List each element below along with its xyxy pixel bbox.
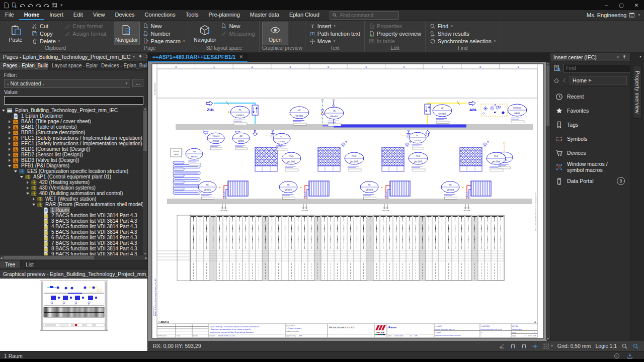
- copy-button[interactable]: Copy: [30, 30, 61, 37]
- tree-item-pec1-safety-instructions-imple[interactable]: &PEC1 (Safety instructions / Implementat…: [0, 135, 147, 141]
- expander-icon[interactable]: [32, 202, 36, 207]
- tree-item-1-eplan-disclaimer[interactable]: 1 Eplan Disclaimer: [0, 113, 147, 119]
- insert-center-item-symbols[interactable]: Symbols: [550, 132, 630, 146]
- expander-icon[interactable]: [14, 169, 18, 173]
- back-icon[interactable]: [561, 77, 568, 83]
- qat-overflow-icon[interactable]: ▾: [59, 3, 64, 8]
- tree-item-eec1-safety-instructions-imple[interactable]: &EEC1 (Safety instructions / Implementat…: [0, 141, 147, 146]
- cut-button[interactable]: Cut: [30, 22, 61, 30]
- insert-center-search-input[interactable]: [565, 65, 633, 71]
- tree-item-420-heating-systems-[interactable]: 420 (Heating systems): [0, 179, 147, 185]
- menu-pre-planning[interactable]: Pre-planning: [203, 10, 245, 20]
- tab-property-overview[interactable]: Property overview: [633, 66, 641, 119]
- panel-menu-icon[interactable]: ▾: [133, 55, 135, 59]
- tree-item-9-bacs-function-list-vdi-3814-[interactable]: 9 BACS function list VDI 3814 Part 4.3: [0, 251, 147, 255]
- canvas-vscrollbar[interactable]: ▲▼: [546, 62, 550, 340]
- tree-item-7-bacs-function-list-vdi-3814-[interactable]: 7 BACS function list VDI 3814 Part 4.3: [0, 240, 147, 246]
- open-preview-button[interactable]: Open: [262, 22, 288, 45]
- page-navigator-button[interactable]: Navigator: [114, 22, 140, 45]
- expander-icon[interactable]: [8, 119, 12, 124]
- grid-icon[interactable]: [543, 343, 549, 349]
- menu-devices[interactable]: Devices: [110, 10, 139, 20]
- expander-icon[interactable]: [8, 163, 12, 168]
- properties-button[interactable]: Properties: [367, 22, 423, 30]
- selected-ceiling-element[interactable]: [334, 125, 466, 128]
- object-snap-icon[interactable]: [510, 343, 516, 349]
- undo-icon[interactable]: [19, 2, 26, 9]
- control-panel[interactable]: Control Panel: [171, 148, 183, 157]
- text-insert-button[interactable]: Insert▾: [308, 22, 362, 30]
- undo-history-icon[interactable]: [27, 2, 34, 9]
- filter-more-button[interactable]: ...: [132, 79, 143, 87]
- expander-icon[interactable]: [20, 174, 24, 179]
- new-page-icon[interactable]: [3, 2, 10, 9]
- tree-item-8-bacs-function-list-vdi-3814-[interactable]: 8 BACS function list VDI 3814 Part 4.3: [0, 246, 147, 251]
- open-page-icon[interactable]: [11, 2, 18, 9]
- close-button[interactable]: ✕: [629, 0, 644, 10]
- close-icon[interactable]: ✕: [146, 54, 147, 59]
- function-list-table[interactable]: [157, 215, 504, 281]
- redo-icon[interactable]: [35, 2, 42, 9]
- insert-center-item-recent[interactable]: Recent: [550, 89, 630, 104]
- tree-item-bdb1-structure-description-[interactable]: &BDB1 (Structure description): [0, 130, 147, 135]
- expander-icon[interactable]: [8, 152, 12, 157]
- blind-1[interactable]: [255, 147, 277, 171]
- tree-item-rar-room-room-automation-shell[interactable]: RAR (Room (Room automation shell model)): [0, 202, 147, 207]
- menu-connections[interactable]: Connections: [140, 10, 181, 20]
- info-icon[interactable]: [614, 353, 620, 359]
- panel-menu-icon[interactable]: ▾: [617, 55, 619, 59]
- expander-icon[interactable]: [26, 186, 30, 190]
- insert-center-item-tags[interactable]: Tags: [550, 118, 630, 132]
- grid-caret-icon[interactable]: ▾: [551, 344, 553, 348]
- expander-icon[interactable]: [26, 191, 30, 196]
- tab-devices[interactable]: Devices - Eplan_Building...: [98, 62, 147, 70]
- tree-item-4-bacs-function-list-vdi-3814-[interactable]: 4 BACS function list VDI 3814 Part 4.3: [0, 224, 147, 229]
- find-command-box[interactable]: [330, 11, 399, 20]
- property-overview-button[interactable]: Property overview: [367, 30, 423, 37]
- in-table-button[interactable]: In table: [367, 37, 423, 45]
- expander-icon[interactable]: [8, 147, 12, 151]
- tab-list[interactable]: List: [21, 260, 39, 269]
- insert-center-item-data-portal[interactable]: Data Portal0: [550, 174, 630, 188]
- menu-tools[interactable]: Tools: [181, 10, 204, 20]
- expander-icon[interactable]: [32, 197, 36, 201]
- tree-item-480-building-automation-and-co[interactable]: 480 (Building automation and control): [0, 191, 147, 196]
- expander-icon[interactable]: [2, 108, 6, 113]
- 3d-navigator-button[interactable]: Navigator: [192, 22, 218, 45]
- tree-hscrollbar[interactable]: ◀▶: [0, 255, 147, 260]
- insert-center-item-devices[interactable]: Devices: [550, 146, 630, 160]
- download-icon[interactable]: [627, 353, 633, 359]
- find-command-input[interactable]: [339, 12, 396, 19]
- path-function-text-button[interactable]: Path function text: [308, 30, 362, 37]
- page-new-button[interactable]: New: [141, 22, 187, 30]
- tree-item-5-bacs-function-list-vdi-3814-[interactable]: 5 BACS function list VDI 3814 Part 4.3: [0, 229, 147, 235]
- tree-item-6-bacs-function-list-vdi-3814-[interactable]: 6 BACS function list VDI 3814 Part 4.3: [0, 235, 147, 240]
- tab-layout-space[interactable]: Layout space - Eplan_Bu...: [49, 62, 98, 70]
- zoom-area-icon[interactable]: [632, 343, 639, 349]
- blind-4[interactable]: [460, 147, 482, 171]
- expander-icon[interactable]: [8, 130, 12, 135]
- tree-item-bed3-valve-list-design-[interactable]: &BED3 (Valve list (Design)): [0, 157, 147, 163]
- copy-format-button[interactable]: Copy format: [63, 22, 108, 30]
- blind-3[interactable]: [382, 147, 404, 171]
- paste-button[interactable]: Paste: [3, 22, 29, 45]
- menu-insert[interactable]: Insert: [44, 10, 68, 20]
- pages-tree[interactable]: Eplan_Building_Technology_Project_mm_IEC…: [0, 107, 147, 255]
- move-button[interactable]: Move▾: [308, 37, 362, 45]
- 3d-new-button[interactable]: New: [219, 22, 256, 30]
- table-edit-icon[interactable]: [51, 2, 58, 9]
- drawing-canvas[interactable]: 0123456789 GA Kammlinien ZUL: [148, 62, 547, 341]
- tree-item-eplan-building-technology-proj[interactable]: Eplan_Building_Technology_Project_mm_IEC: [0, 108, 147, 113]
- page-macro-button[interactable]: Page macro▾: [141, 37, 187, 45]
- tree-item-ees-organization-specific-loca[interactable]: EES (Organization specific location stru…: [0, 168, 147, 174]
- tree-item-asp1-control-equipment-plant-0[interactable]: ASP1 (Control equipment plant 01): [0, 174, 147, 179]
- user-account[interactable]: Ms. Engineering ▾: [587, 10, 644, 20]
- expander-icon[interactable]: [26, 180, 30, 185]
- pin-icon[interactable]: [138, 54, 143, 59]
- maximize-button[interactable]: ▢: [614, 0, 629, 10]
- delete-button[interactable]: Delete▾: [30, 37, 61, 45]
- menu-eplan-cloud[interactable]: Eplan Cloud: [284, 10, 325, 20]
- pages-panel-header[interactable]: Pages - Eplan_Building_Technology_Projec…: [0, 53, 147, 62]
- tab-pages[interactable]: Pages - Eplan_Building_...: [0, 62, 49, 70]
- menu-view[interactable]: View: [88, 10, 110, 20]
